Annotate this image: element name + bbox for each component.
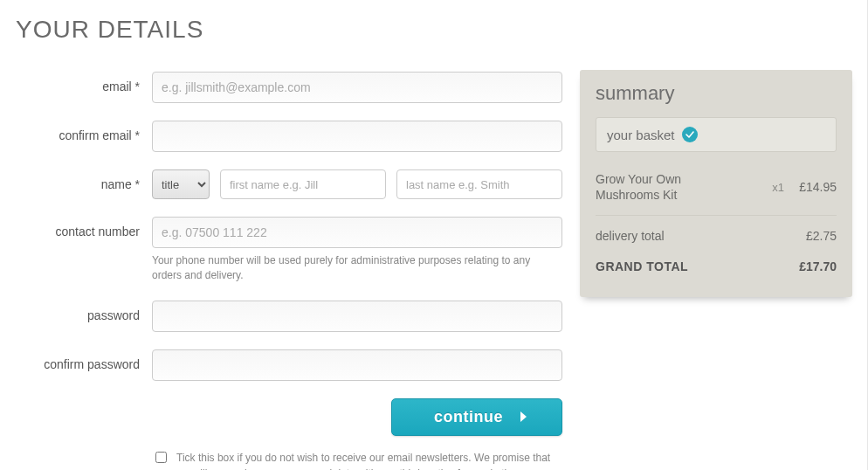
basket-header: your basket (596, 117, 837, 152)
delivery-line: delivery total £2.75 (596, 221, 837, 251)
delivery-label: delivery total (596, 228, 754, 244)
email-field[interactable] (152, 72, 562, 103)
continue-button[interactable]: continue (391, 398, 562, 436)
line-item: Grow Your Own Mushrooms Kit x1 £14.95 (596, 164, 837, 210)
contact-help-text: Your phone number will be used purely fo… (152, 253, 562, 283)
grand-total-price: £17.70 (784, 259, 837, 273)
item-name: Grow Your Own Mushrooms Kit (596, 171, 754, 203)
confirm-email-label: confirm email * (16, 121, 152, 142)
item-price: £14.95 (784, 180, 837, 194)
password-label: password (16, 301, 152, 322)
divider (596, 215, 837, 216)
confirm-password-label: confirm password (16, 349, 152, 371)
delivery-price: £2.75 (784, 229, 837, 243)
basket-label: your basket (607, 128, 675, 142)
optout-checkbox[interactable] (155, 452, 167, 463)
grand-total-line: GRAND TOTAL £17.70 (596, 252, 837, 281)
contact-field[interactable] (152, 217, 562, 248)
confirm-password-field[interactable] (152, 349, 562, 381)
name-label: name * (16, 169, 152, 191)
last-name-field[interactable] (396, 169, 562, 199)
confirm-email-field[interactable] (152, 121, 562, 152)
optout-text: Tick this box if you do not wish to rece… (176, 450, 562, 470)
first-name-field[interactable] (220, 169, 386, 199)
item-qty: x1 (754, 181, 784, 194)
summary-heading: summary (596, 82, 837, 105)
password-field[interactable] (152, 301, 562, 332)
page-title: YOUR DETAILS (16, 16, 562, 44)
contact-label: contact number (16, 217, 152, 238)
summary-panel: summary your basket Grow Your Own Mushro… (580, 70, 852, 297)
email-label: email * (16, 72, 152, 93)
check-icon (682, 127, 698, 142)
grand-total-label: GRAND TOTAL (596, 259, 754, 274)
title-select[interactable]: title (152, 169, 210, 199)
chevron-right-icon (520, 411, 527, 422)
continue-button-label: continue (434, 408, 503, 426)
